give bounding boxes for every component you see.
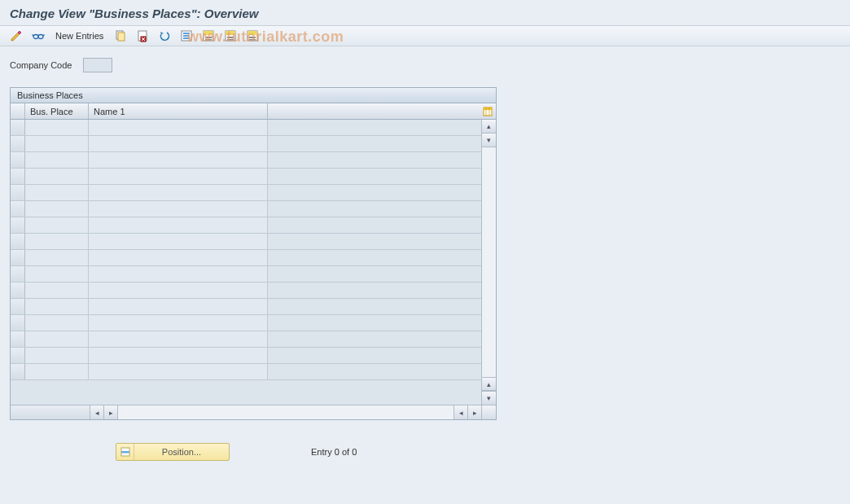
- cell-bus-place[interactable]: [25, 266, 89, 282]
- table-settings-icon[interactable]: [481, 105, 494, 118]
- cell-bus-place[interactable]: [25, 348, 89, 363]
- cell-bus-place[interactable]: [25, 315, 89, 331]
- table-row[interactable]: [11, 217, 481, 234]
- cell-bus-place[interactable]: [25, 364, 89, 379]
- table-row[interactable]: [11, 234, 481, 250]
- undo-icon[interactable]: [155, 28, 174, 44]
- position-button[interactable]: Position...: [116, 443, 230, 461]
- scroll-up-step-button[interactable]: ▾: [482, 134, 496, 147]
- table-row[interactable]: [11, 348, 481, 364]
- vertical-scrollbar[interactable]: ▴ ▾ ▴ ▾: [481, 120, 496, 405]
- scroll-down-button[interactable]: ▾: [482, 391, 496, 405]
- company-code-input[interactable]: [83, 58, 112, 72]
- cell-name1[interactable]: [89, 152, 268, 168]
- select-all-icon[interactable]: [177, 28, 196, 44]
- copy-icon[interactable]: [111, 28, 130, 44]
- cell-bus-place[interactable]: [25, 136, 89, 151]
- cell-rest: [268, 201, 481, 217]
- row-selector[interactable]: [11, 266, 25, 282]
- hscroll-track[interactable]: [118, 405, 453, 419]
- table-row[interactable]: [11, 283, 481, 299]
- cell-name1[interactable]: [89, 185, 268, 200]
- select-block-icon[interactable]: [199, 28, 218, 44]
- cell-bus-place[interactable]: [25, 120, 89, 135]
- scroll-down-step-button[interactable]: ▴: [482, 377, 496, 391]
- cell-name1[interactable]: [89, 120, 268, 135]
- cell-name1[interactable]: [89, 217, 268, 233]
- table-row[interactable]: [11, 136, 481, 152]
- hscroll-left-step-button[interactable]: ▸: [104, 405, 118, 419]
- delete-icon[interactable]: [133, 28, 152, 44]
- deselect-all-icon[interactable]: [221, 28, 240, 44]
- cell-bus-place[interactable]: [25, 217, 89, 233]
- row-selector[interactable]: [11, 136, 25, 151]
- table-row[interactable]: [11, 201, 481, 217]
- cell-name1[interactable]: [89, 201, 268, 217]
- cell-name1[interactable]: [89, 136, 268, 151]
- display-icon[interactable]: [28, 28, 48, 44]
- cell-bus-place[interactable]: [25, 331, 89, 347]
- row-selector[interactable]: [11, 283, 25, 298]
- row-selector[interactable]: [11, 299, 25, 314]
- scroll-up-button[interactable]: ▴: [482, 120, 496, 134]
- cell-name1[interactable]: [89, 348, 268, 363]
- hscroll-right-button[interactable]: ▸: [467, 405, 481, 419]
- row-selector[interactable]: [11, 152, 25, 168]
- horizontal-scrollbar[interactable]: ◂ ▸ ◂ ▸: [11, 405, 496, 419]
- cell-bus-place[interactable]: [25, 234, 89, 249]
- grid-rows: [11, 120, 481, 405]
- grid-panel: Business Places Bus. Place Name 1 ▴ ▾ ▴ …: [10, 87, 497, 420]
- cell-rest: [268, 315, 481, 331]
- cell-bus-place[interactable]: [25, 169, 89, 184]
- cell-bus-place[interactable]: [25, 299, 89, 314]
- row-selector[interactable]: [11, 217, 25, 233]
- cell-name1[interactable]: [89, 315, 268, 331]
- row-selector[interactable]: [11, 331, 25, 347]
- table-row[interactable]: [11, 185, 481, 201]
- table-row[interactable]: [11, 331, 481, 348]
- row-selector[interactable]: [11, 201, 25, 217]
- cell-name1[interactable]: [89, 331, 268, 347]
- row-selector[interactable]: [11, 364, 25, 379]
- cell-name1[interactable]: [89, 234, 268, 249]
- table-row[interactable]: [11, 152, 481, 169]
- cell-name1[interactable]: [89, 250, 268, 265]
- cell-bus-place[interactable]: [25, 185, 89, 200]
- row-selector[interactable]: [11, 185, 25, 200]
- table-row[interactable]: [11, 315, 481, 331]
- row-selector[interactable]: [11, 348, 25, 363]
- cell-name1[interactable]: [89, 299, 268, 314]
- cell-rest: [268, 331, 481, 347]
- row-selector[interactable]: [11, 169, 25, 184]
- table-row[interactable]: [11, 250, 481, 266]
- hscroll-left-button[interactable]: ◂: [90, 405, 104, 419]
- table-row[interactable]: [11, 299, 481, 315]
- row-selector[interactable]: [11, 315, 25, 331]
- cell-rest: [268, 348, 481, 363]
- cell-bus-place[interactable]: [25, 250, 89, 265]
- cell-name1[interactable]: [89, 283, 268, 298]
- column-bus-place[interactable]: Bus. Place: [25, 103, 89, 119]
- cell-bus-place[interactable]: [25, 201, 89, 217]
- row-selector[interactable]: [11, 120, 25, 135]
- table-row[interactable]: [11, 120, 481, 136]
- svg-rect-16: [227, 37, 234, 38]
- column-name1[interactable]: Name 1: [89, 103, 268, 119]
- cell-name1[interactable]: [89, 364, 268, 379]
- hscroll-right-step-button[interactable]: ◂: [453, 405, 467, 419]
- new-entries-button[interactable]: New Entries: [50, 28, 108, 44]
- table-row[interactable]: [11, 364, 481, 380]
- cell-bus-place[interactable]: [25, 152, 89, 168]
- cell-rest: [268, 266, 481, 282]
- row-selector[interactable]: [11, 250, 25, 265]
- table-row[interactable]: [11, 266, 481, 283]
- cell-rest: [268, 217, 481, 233]
- scroll-track[interactable]: [482, 147, 496, 377]
- row-selector[interactable]: [11, 234, 25, 249]
- print-icon[interactable]: [243, 28, 262, 44]
- cell-name1[interactable]: [89, 266, 268, 282]
- cell-bus-place[interactable]: [25, 283, 89, 298]
- table-row[interactable]: [11, 169, 481, 185]
- cell-name1[interactable]: [89, 169, 268, 184]
- toggle-change-display-icon[interactable]: [7, 28, 26, 44]
